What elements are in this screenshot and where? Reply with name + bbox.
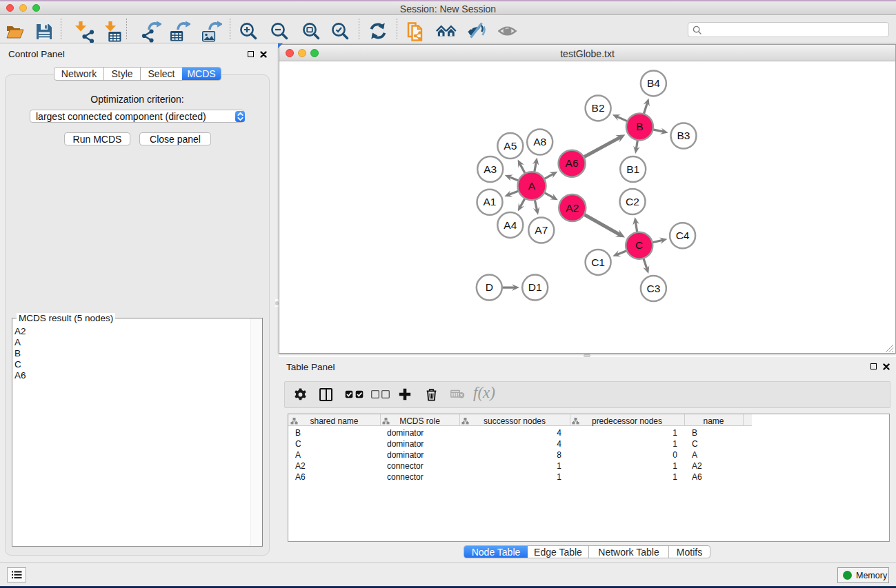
svg-text:C3: C3 xyxy=(646,283,660,294)
svg-text:A8: A8 xyxy=(533,136,546,148)
svg-text:A: A xyxy=(528,180,536,192)
svg-text:B2: B2 xyxy=(592,102,605,114)
svg-text:A1: A1 xyxy=(484,196,497,207)
svg-text:A3: A3 xyxy=(484,163,497,175)
svg-text:A5: A5 xyxy=(504,140,517,152)
svg-text:D1: D1 xyxy=(528,281,542,293)
svg-text:B3: B3 xyxy=(677,130,690,141)
svg-text:C4: C4 xyxy=(676,230,690,241)
svg-text:B4: B4 xyxy=(647,77,660,89)
svg-text:D: D xyxy=(486,281,493,293)
svg-text:A2: A2 xyxy=(566,202,579,214)
svg-text:A7: A7 xyxy=(535,224,548,236)
svg-text:A6: A6 xyxy=(566,157,579,169)
svg-text:C1: C1 xyxy=(591,256,605,268)
svg-text:B1: B1 xyxy=(626,163,639,175)
svg-text:B: B xyxy=(636,121,643,132)
svg-text:C: C xyxy=(635,239,643,251)
svg-text:C2: C2 xyxy=(626,196,639,207)
svg-text:A4: A4 xyxy=(504,219,517,231)
